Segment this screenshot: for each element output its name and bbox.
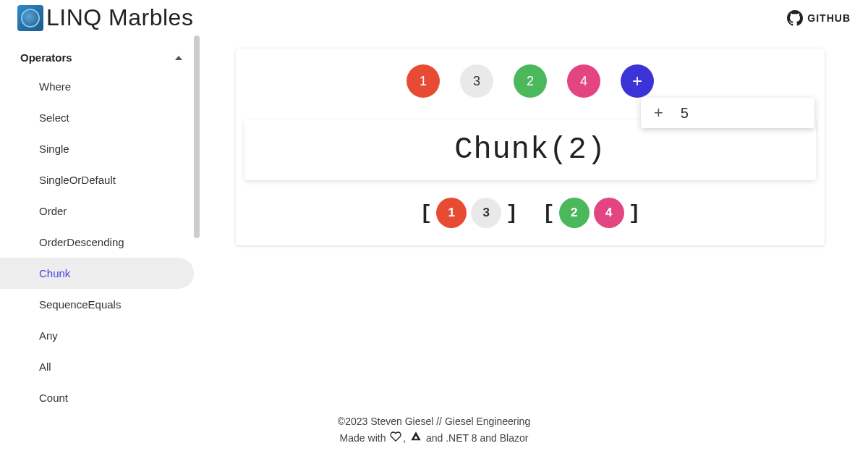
output-marble: 3	[471, 198, 501, 228]
plus-icon: +	[654, 104, 663, 122]
github-icon	[787, 10, 803, 26]
sidebar-item-orderdescending[interactable]: OrderDescending	[0, 227, 203, 258]
sidebar-item-all[interactable]: All	[0, 351, 203, 382]
sidebar-item-sequenceequals[interactable]: SequenceEquals	[0, 289, 203, 320]
sidebar-item-where[interactable]: Where	[0, 71, 203, 102]
brand-title: LINQ Marbles	[46, 4, 193, 31]
input-marble[interactable]: 4	[567, 64, 600, 98]
input-marble[interactable]: 2	[514, 64, 547, 98]
sidebar-item-order[interactable]: Order	[0, 195, 203, 227]
heart-icon	[390, 431, 401, 447]
output-chunk: [24]	[542, 198, 641, 228]
sidebar-item-select[interactable]: Select	[0, 102, 203, 133]
output-row: [13][24]	[236, 180, 825, 232]
output-marble: 4	[594, 198, 624, 228]
chevron-up-icon	[175, 56, 182, 60]
bracket-close: ]	[629, 202, 641, 224]
output-marble: 1	[436, 198, 467, 228]
output-marble: 2	[559, 198, 590, 228]
brand[interactable]: LINQ Marbles	[17, 4, 193, 31]
input-marble[interactable]: 3	[460, 64, 493, 98]
sidebar-item-single[interactable]: Single	[0, 133, 203, 164]
footer-made-with: Made with , and .NET 8 and Blazor	[0, 430, 868, 447]
main-content: 1324+ + 5 Chunk(2) [13][24]	[203, 35, 868, 413]
section-title: Operators	[20, 51, 72, 64]
footer-copyright: ©2023 Steven Giesel // Giesel Engineerin…	[0, 413, 868, 429]
marble-card: 1324+ + 5 Chunk(2) [13][24]	[236, 49, 825, 245]
add-marble-tooltip[interactable]: + 5	[641, 98, 814, 128]
expression-box: Chunk(2)	[244, 119, 816, 180]
sidebar: Operators WhereSelectSingleSingleOrDefau…	[0, 35, 203, 413]
github-link[interactable]: GITHUB	[787, 10, 851, 26]
footer: ©2023 Steven Giesel // Giesel Engineerin…	[0, 413, 868, 447]
github-label: GITHUB	[807, 12, 851, 24]
input-marble[interactable]: 1	[407, 64, 440, 98]
output-chunk: [13]	[420, 198, 518, 228]
bracket-close: ]	[506, 202, 518, 224]
bracket-open: [	[420, 202, 432, 224]
sidebar-item-chunk[interactable]: Chunk	[0, 258, 194, 289]
add-marble-button[interactable]: +	[621, 64, 654, 98]
sidebar-item-singleordefault[interactable]: SingleOrDefault	[0, 164, 203, 195]
sidebar-item-any[interactable]: Any	[0, 320, 203, 351]
logo-icon	[17, 5, 43, 31]
scrollbar[interactable]	[194, 35, 200, 238]
blazor-icon	[410, 431, 422, 447]
operators-section-header[interactable]: Operators	[0, 44, 203, 71]
bracket-open: [	[542, 202, 555, 224]
sidebar-item-count[interactable]: Count	[0, 382, 203, 413]
tooltip-value: 5	[681, 105, 689, 122]
